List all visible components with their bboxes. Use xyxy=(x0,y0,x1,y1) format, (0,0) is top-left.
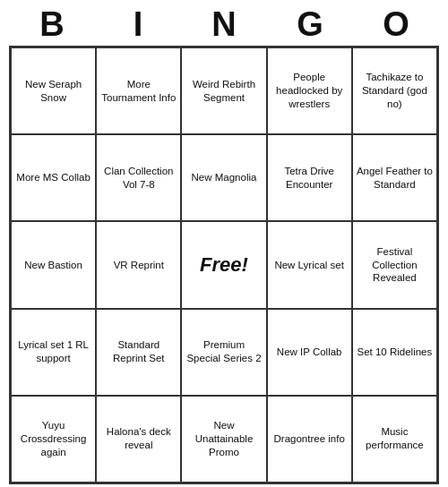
bingo-cell-11[interactable]: VR Reprint xyxy=(96,221,181,308)
bingo-cell-15[interactable]: Lyrical set 1 RL support xyxy=(11,309,96,396)
bingo-grid: New Seraph SnowMore Tournament InfoWeird… xyxy=(9,46,439,484)
bingo-letter-g: G xyxy=(271,5,349,44)
bingo-cell-1[interactable]: More Tournament Info xyxy=(96,47,181,134)
bingo-cell-5[interactable]: More MS Collab xyxy=(11,134,96,221)
bingo-cell-13[interactable]: New Lyrical set xyxy=(267,221,352,308)
bingo-cell-4[interactable]: Tachikaze to Standard (god no) xyxy=(352,47,437,134)
bingo-cell-19[interactable]: Set 10 Ridelines xyxy=(352,309,437,396)
bingo-cell-7[interactable]: New Magnolia xyxy=(181,134,266,221)
bingo-cell-16[interactable]: Standard Reprint Set xyxy=(96,309,181,396)
bingo-cell-3[interactable]: People headlocked by wrestlers xyxy=(267,47,352,134)
bingo-cell-0[interactable]: New Seraph Snow xyxy=(11,47,96,134)
bingo-cell-10[interactable]: New Bastion xyxy=(11,221,96,308)
bingo-cell-20[interactable]: Yuyu Crossdressing again xyxy=(11,396,96,483)
bingo-cell-8[interactable]: Tetra Drive Encounter xyxy=(267,134,352,221)
bingo-cell-12[interactable]: Free! xyxy=(181,221,266,308)
bingo-cell-6[interactable]: Clan Collection Vol 7-8 xyxy=(96,134,181,221)
bingo-header: BINGO xyxy=(9,0,439,46)
bingo-cell-2[interactable]: Weird Rebirth Segment xyxy=(181,47,266,134)
bingo-letter-i: I xyxy=(99,5,177,44)
bingo-cell-14[interactable]: Festival Collection Revealed xyxy=(352,221,437,308)
bingo-letter-n: N xyxy=(185,5,263,44)
bingo-letter-b: B xyxy=(13,5,91,44)
bingo-cell-22[interactable]: New Unattainable Promo xyxy=(181,396,266,483)
bingo-cell-9[interactable]: Angel Feather to Standard xyxy=(352,134,437,221)
bingo-cell-17[interactable]: Premium Special Series 2 xyxy=(181,309,266,396)
bingo-cell-18[interactable]: New IP Collab xyxy=(267,309,352,396)
bingo-cell-24[interactable]: Music performance xyxy=(352,396,437,483)
bingo-letter-o: O xyxy=(357,5,435,44)
bingo-cell-21[interactable]: Halona's deck reveal xyxy=(96,396,181,483)
bingo-cell-23[interactable]: Dragontree info xyxy=(267,396,352,483)
